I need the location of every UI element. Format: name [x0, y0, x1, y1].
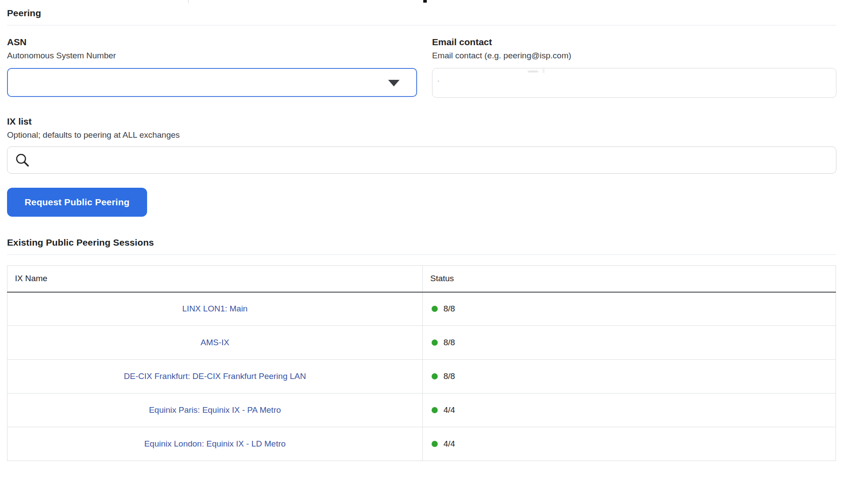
page-title: Peering — [7, 7, 836, 20]
cutoff-text-fragment — [188, 0, 189, 3]
table-row: Equinix London: Equinix IX - LD Metro 4/… — [7, 427, 836, 461]
status-dot-icon — [432, 441, 438, 447]
table-row: LINX LON1: Main 8/8 — [7, 292, 836, 326]
redacted-email-smudge — [528, 71, 538, 72]
peering-page: Peering ASN Autonomous System Number Ema… — [0, 0, 843, 504]
status-count: 8/8 — [443, 338, 455, 347]
table-row: AMS-IX 8/8 — [7, 326, 836, 360]
peering-form-row: ASN Autonomous System Number Email conta… — [7, 36, 836, 98]
ix-name-link[interactable]: LINX LON1: Main — [182, 304, 248, 313]
email-contact-field[interactable] — [432, 68, 836, 98]
ix-list-helper-text: Optional; defaults to peering at ALL exc… — [7, 130, 836, 140]
ix-name-link[interactable]: AMS-IX — [201, 338, 229, 347]
table-row: Equinix Paris: Equinix IX - PA Metro 4/4 — [7, 393, 836, 427]
asn-helper-text: Autonomous System Number — [7, 50, 417, 61]
asn-select[interactable] — [7, 68, 417, 97]
table-header-row: IX Name Status — [7, 266, 836, 292]
status-count: 8/8 — [443, 304, 455, 314]
cutoff-text-fragment — [423, 0, 427, 3]
section-divider — [7, 254, 836, 255]
redacted-email-smudge — [543, 67, 544, 73]
email-contact-helper-text: Email contact (e.g. peering@isp.com) — [432, 50, 836, 61]
peering-sessions-table: IX Name Status LINX LON1: Main 8/8 AMS-I… — [7, 265, 836, 461]
status-count: 4/4 — [443, 405, 455, 415]
status-count: 8/8 — [443, 372, 455, 381]
sessions-section-title: Existing Public Peering Sessions — [7, 236, 836, 249]
status-dot-icon — [432, 306, 438, 312]
email-contact-label: Email contact — [432, 36, 836, 48]
asn-label: ASN — [7, 36, 417, 48]
ix-name-link[interactable]: DE-CIX Frankfurt: DE-CIX Frankfurt Peeri… — [124, 372, 306, 381]
status-dot-icon — [432, 407, 438, 413]
request-public-peering-button[interactable]: Request Public Peering — [7, 188, 147, 217]
ix-name-link[interactable]: Equinix Paris: Equinix IX - PA Metro — [149, 405, 281, 415]
ix-list-search-input[interactable] — [7, 147, 836, 174]
status-dot-icon — [432, 340, 438, 346]
redacted-email-smudge — [438, 80, 439, 82]
ix-name-link[interactable]: Equinix London: Equinix IX - LD Metro — [144, 439, 285, 448]
column-header-ix-name: IX Name — [7, 266, 423, 292]
table-row: DE-CIX Frankfurt: DE-CIX Frankfurt Peeri… — [7, 360, 836, 393]
column-header-status: Status — [423, 266, 836, 292]
section-divider — [7, 25, 836, 25]
status-count: 4/4 — [443, 439, 455, 449]
chevron-down-icon — [388, 80, 400, 86]
ix-list-label: IX list — [7, 115, 836, 128]
status-dot-icon — [432, 373, 438, 379]
